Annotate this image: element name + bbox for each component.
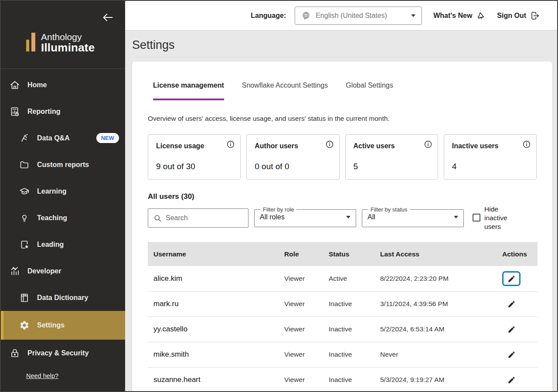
sidebar-item-label: Custom reports [37, 161, 89, 169]
overview-text: Overview of users' access, license usage… [148, 115, 537, 123]
graduation-cap-icon [19, 186, 30, 197]
pencil-icon [507, 351, 516, 359]
tab-license-management[interactable]: License management [153, 82, 224, 100]
status-cell: Inactive [328, 367, 379, 391]
table-header-row: Username Role Status Last Access Actions [148, 242, 538, 266]
pencil-icon [507, 325, 516, 334]
last-access-cell: 8/22/2024, 2:23:20 PM [379, 266, 501, 291]
stat-card-inactive-users: Inactive users 4 [444, 134, 537, 180]
filter-by-status-select[interactable]: Filter by status All [362, 206, 464, 227]
need-help-link[interactable]: Need help? [26, 372, 125, 379]
settings-card: License management Snowflake Account Set… [132, 61, 552, 391]
column-header-username: Username [148, 242, 283, 266]
last-access-cell: 5/3/2024, 9:19:27 AM [379, 367, 501, 391]
new-badge: NEW [96, 133, 119, 143]
role-cell: Viewer [283, 317, 328, 342]
chevron-down-icon [454, 216, 458, 218]
stat-card-author-users: Author users 0 out of 0 [246, 134, 339, 180]
sidebar: Anthology Illuminate Home Reporting [1, 1, 125, 391]
brand-name-top: Anthology [41, 32, 95, 42]
sidebar-item-data-qa[interactable]: Data Q&A NEW [1, 125, 125, 151]
whats-new-button[interactable]: What's New [433, 11, 486, 20]
username-cell: mark.ru [148, 291, 283, 317]
edit-user-button[interactable] [502, 372, 521, 387]
pencil-icon [507, 275, 516, 283]
anthology-illuminate-logo: Anthology Illuminate [26, 32, 95, 54]
sidebar-item-teaching[interactable]: Teaching [1, 205, 125, 231]
brand-name-bottom: Illuminate [41, 42, 95, 54]
sidebar-item-settings[interactable]: Settings [1, 311, 125, 340]
tab-snowflake-account-settings[interactable]: Snowflake Account Settings [242, 82, 328, 100]
tab-bar: License management Snowflake Account Set… [153, 82, 537, 100]
dictionary-book-icon [19, 293, 30, 303]
sidebar-item-label: Data Q&A [37, 134, 70, 142]
collapse-sidebar-icon[interactable] [102, 11, 114, 24]
info-icon[interactable] [424, 140, 432, 149]
sidebar-item-developer[interactable]: Developer [1, 258, 125, 284]
pencil-icon [507, 300, 516, 308]
stat-value: 5 [354, 162, 358, 171]
tab-global-settings[interactable]: Global Settings [346, 82, 393, 100]
stat-value: 4 [452, 162, 457, 171]
info-icon[interactable] [522, 140, 531, 149]
all-users-heading: All users (30) [148, 192, 537, 201]
edit-user-button[interactable] [502, 271, 521, 286]
chevron-down-icon [346, 216, 350, 218]
hide-inactive-users-label: Hide inactive users [484, 205, 512, 231]
sidebar-item-data-dictionary[interactable]: Data Dictionary [1, 284, 125, 311]
status-cell: Inactive [328, 291, 379, 317]
stat-label: Active users [354, 142, 430, 150]
stat-value: 0 out of 0 [255, 162, 289, 171]
filter-by-status-label: Filter by status [368, 206, 410, 213]
sidebar-header: Anthology Illuminate [1, 1, 125, 69]
status-cell: Inactive [328, 317, 379, 342]
column-header-actions: Actions [501, 242, 538, 266]
users-table: Username Role Status Last Access Actions… [148, 242, 538, 391]
username-cell: alice.kim [148, 266, 283, 291]
table-row: yy.castello Viewer Inactive 5/2/2024, 6:… [148, 317, 538, 342]
language-select[interactable]: English (United States) [295, 7, 422, 25]
sign-out-label: Sign Out [497, 12, 526, 20]
data-qa-icon [19, 133, 30, 143]
sidebar-item-home[interactable]: Home [1, 72, 125, 98]
status-cell: Active [328, 266, 379, 291]
info-icon[interactable] [325, 140, 334, 149]
content-area: Settings License management Snowflake Ac… [125, 31, 557, 391]
sidebar-nav: Home Reporting Data Q&A NEW Custom r [1, 69, 125, 366]
role-cell: Viewer [283, 291, 328, 317]
sidebar-item-label: Teaching [37, 214, 67, 222]
sidebar-item-privacy-security[interactable]: Privacy & Security [1, 340, 125, 366]
edit-user-button[interactable] [502, 322, 521, 337]
filter-by-role-value: All roles [260, 213, 285, 221]
stat-card-license-usage: License usage 9 out of 30 [148, 134, 241, 180]
search-input[interactable] [166, 214, 243, 222]
edit-user-button[interactable] [502, 347, 521, 362]
column-header-status: Status [328, 242, 379, 266]
sidebar-item-leading[interactable]: Leading [1, 231, 125, 258]
stat-label: Inactive users [452, 142, 528, 150]
sidebar-item-learning[interactable]: Learning [1, 178, 125, 205]
role-cell: Viewer [283, 342, 328, 367]
pencil-icon [507, 376, 516, 384]
last-access-cell: 5/2/2024, 6:53:14 AM [379, 317, 501, 342]
sidebar-item-reporting[interactable]: Reporting [1, 98, 125, 125]
reporting-icon [10, 106, 20, 117]
table-row: mark.ru Viewer Inactive 3/11/2024, 4:39:… [148, 291, 538, 317]
search-box [148, 208, 248, 228]
hide-inactive-users-checkbox[interactable] [473, 214, 480, 222]
username-cell: yy.castello [148, 317, 283, 342]
hide-inactive-users-control: Hide inactive users [473, 205, 512, 231]
folder-icon [19, 160, 30, 170]
sidebar-item-label: Data Dictionary [37, 294, 88, 302]
edit-user-button[interactable] [502, 297, 521, 311]
sidebar-item-custom-reports[interactable]: Custom reports [1, 151, 125, 178]
filter-row: Filter by role All roles Filter by statu… [148, 205, 537, 231]
stat-value: 9 out of 30 [156, 162, 195, 171]
stat-label: License usage [156, 142, 232, 150]
sidebar-item-label: Home [27, 81, 47, 89]
lightbulb-icon [19, 213, 30, 223]
sign-out-button[interactable]: Sign Out [497, 11, 540, 20]
info-icon[interactable] [226, 140, 235, 149]
language-label: Language: [251, 12, 286, 20]
filter-by-role-select[interactable]: Filter by role All roles [254, 206, 356, 227]
